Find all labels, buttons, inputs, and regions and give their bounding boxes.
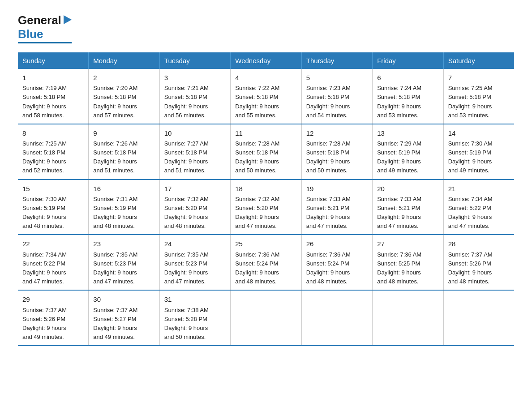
header-monday: Monday <box>89 52 159 69</box>
day-number: 31 <box>164 294 226 304</box>
day-info: Sunrise: 7:34 AMSunset: 5:22 PMDaylight:… <box>448 195 510 231</box>
calendar-cell: 10Sunrise: 7:27 AMSunset: 5:18 PMDayligh… <box>159 124 230 180</box>
calendar-cell: 21Sunrise: 7:34 AMSunset: 5:22 PMDayligh… <box>443 180 514 235</box>
calendar-cell: 17Sunrise: 7:32 AMSunset: 5:20 PMDayligh… <box>159 180 230 235</box>
day-info: Sunrise: 7:20 AMSunset: 5:18 PMDaylight:… <box>93 84 154 120</box>
day-info: Sunrise: 7:21 AMSunset: 5:18 PMDaylight:… <box>164 84 226 120</box>
calendar-cell: 26Sunrise: 7:36 AMSunset: 5:24 PMDayligh… <box>301 235 372 290</box>
day-number: 20 <box>377 184 438 194</box>
calendar-cell: 8Sunrise: 7:25 AMSunset: 5:18 PMDaylight… <box>18 124 89 180</box>
logo: General Blue <box>18 13 72 43</box>
day-info: Sunrise: 7:36 AMSunset: 5:24 PMDaylight:… <box>306 250 368 287</box>
day-number: 15 <box>22 184 84 194</box>
day-info: Sunrise: 7:28 AMSunset: 5:18 PMDaylight:… <box>306 139 368 176</box>
day-number: 24 <box>164 239 226 249</box>
calendar-cell: 23Sunrise: 7:35 AMSunset: 5:23 PMDayligh… <box>89 235 159 290</box>
day-number: 25 <box>235 239 296 249</box>
day-info: Sunrise: 7:34 AMSunset: 5:22 PMDaylight:… <box>22 250 84 287</box>
calendar-cell: 27Sunrise: 7:36 AMSunset: 5:25 PMDayligh… <box>373 235 443 290</box>
day-number: 9 <box>93 128 154 138</box>
calendar-cell <box>231 290 301 346</box>
calendar-cell <box>373 290 443 346</box>
day-info: Sunrise: 7:25 AMSunset: 5:18 PMDaylight:… <box>22 139 84 176</box>
day-number: 23 <box>93 239 154 249</box>
header-thursday: Thursday <box>301 52 372 69</box>
page-header: General Blue <box>18 13 514 43</box>
calendar-cell: 3Sunrise: 7:21 AMSunset: 5:18 PMDaylight… <box>159 69 230 124</box>
calendar-cell: 28Sunrise: 7:37 AMSunset: 5:26 PMDayligh… <box>443 235 514 290</box>
header-friday: Friday <box>373 52 443 69</box>
calendar-cell: 30Sunrise: 7:37 AMSunset: 5:27 PMDayligh… <box>89 290 159 346</box>
header-sunday: Sunday <box>18 52 89 69</box>
logo-general-text: General <box>18 13 61 27</box>
day-number: 5 <box>306 73 368 83</box>
day-number: 8 <box>22 128 84 138</box>
calendar-cell: 25Sunrise: 7:36 AMSunset: 5:24 PMDayligh… <box>231 235 301 290</box>
day-info: Sunrise: 7:26 AMSunset: 5:18 PMDaylight:… <box>93 139 154 176</box>
day-info: Sunrise: 7:27 AMSunset: 5:18 PMDaylight:… <box>164 139 226 176</box>
calendar-cell: 29Sunrise: 7:37 AMSunset: 5:26 PMDayligh… <box>18 290 89 346</box>
calendar-cell <box>443 290 514 346</box>
day-number: 1 <box>22 73 84 83</box>
calendar-cell: 24Sunrise: 7:35 AMSunset: 5:23 PMDayligh… <box>159 235 230 290</box>
day-number: 7 <box>448 73 510 83</box>
day-number: 21 <box>448 184 510 194</box>
calendar-cell: 4Sunrise: 7:22 AMSunset: 5:18 PMDaylight… <box>231 69 301 124</box>
day-info: Sunrise: 7:35 AMSunset: 5:23 PMDaylight:… <box>164 250 226 287</box>
svg-marker-0 <box>64 15 72 24</box>
calendar-cell: 16Sunrise: 7:31 AMSunset: 5:19 PMDayligh… <box>89 180 159 235</box>
calendar-cell: 31Sunrise: 7:38 AMSunset: 5:28 PMDayligh… <box>159 290 230 346</box>
day-info: Sunrise: 7:30 AMSunset: 5:19 PMDaylight:… <box>448 139 510 176</box>
logo-blue-text: Blue <box>18 27 43 41</box>
day-number: 26 <box>306 239 368 249</box>
day-info: Sunrise: 7:38 AMSunset: 5:28 PMDaylight:… <box>164 306 226 342</box>
header-saturday: Saturday <box>443 52 514 69</box>
day-info: Sunrise: 7:29 AMSunset: 5:19 PMDaylight:… <box>377 139 438 176</box>
calendar-table: SundayMondayTuesdayWednesdayThursdayFrid… <box>18 52 514 346</box>
calendar-week-row: 29Sunrise: 7:37 AMSunset: 5:26 PMDayligh… <box>18 290 514 346</box>
calendar-week-row: 22Sunrise: 7:34 AMSunset: 5:22 PMDayligh… <box>18 235 514 290</box>
calendar-header-row: SundayMondayTuesdayWednesdayThursdayFrid… <box>18 52 514 69</box>
calendar-cell: 12Sunrise: 7:28 AMSunset: 5:18 PMDayligh… <box>301 124 372 180</box>
calendar-cell: 5Sunrise: 7:23 AMSunset: 5:18 PMDaylight… <box>301 69 372 124</box>
day-number: 28 <box>448 239 510 249</box>
day-info: Sunrise: 7:28 AMSunset: 5:18 PMDaylight:… <box>235 139 296 176</box>
day-number: 14 <box>448 128 510 138</box>
day-number: 16 <box>93 184 154 194</box>
header-tuesday: Tuesday <box>159 52 230 69</box>
day-info: Sunrise: 7:24 AMSunset: 5:18 PMDaylight:… <box>377 84 438 120</box>
day-info: Sunrise: 7:22 AMSunset: 5:18 PMDaylight:… <box>235 84 296 120</box>
calendar-cell: 11Sunrise: 7:28 AMSunset: 5:18 PMDayligh… <box>231 124 301 180</box>
day-number: 4 <box>235 73 296 83</box>
calendar-cell: 14Sunrise: 7:30 AMSunset: 5:19 PMDayligh… <box>443 124 514 180</box>
day-info: Sunrise: 7:31 AMSunset: 5:19 PMDaylight:… <box>93 195 154 231</box>
day-info: Sunrise: 7:36 AMSunset: 5:25 PMDaylight:… <box>377 250 438 287</box>
calendar-cell: 7Sunrise: 7:25 AMSunset: 5:18 PMDaylight… <box>443 69 514 124</box>
day-info: Sunrise: 7:23 AMSunset: 5:18 PMDaylight:… <box>306 84 368 120</box>
calendar-cell: 13Sunrise: 7:29 AMSunset: 5:19 PMDayligh… <box>373 124 443 180</box>
calendar-cell: 20Sunrise: 7:33 AMSunset: 5:21 PMDayligh… <box>373 180 443 235</box>
day-info: Sunrise: 7:19 AMSunset: 5:18 PMDaylight:… <box>22 84 84 120</box>
day-info: Sunrise: 7:33 AMSunset: 5:21 PMDaylight:… <box>377 195 438 231</box>
calendar-week-row: 1Sunrise: 7:19 AMSunset: 5:18 PMDaylight… <box>18 69 514 124</box>
day-info: Sunrise: 7:33 AMSunset: 5:21 PMDaylight:… <box>306 195 368 231</box>
day-number: 2 <box>93 73 154 83</box>
calendar-cell: 18Sunrise: 7:32 AMSunset: 5:20 PMDayligh… <box>231 180 301 235</box>
day-number: 3 <box>164 73 226 83</box>
day-number: 27 <box>377 239 438 249</box>
day-number: 13 <box>377 128 438 138</box>
day-number: 30 <box>93 294 154 304</box>
calendar-cell: 1Sunrise: 7:19 AMSunset: 5:18 PMDaylight… <box>18 69 89 124</box>
day-info: Sunrise: 7:37 AMSunset: 5:26 PMDaylight:… <box>448 250 510 287</box>
day-number: 10 <box>164 128 226 138</box>
calendar-week-row: 8Sunrise: 7:25 AMSunset: 5:18 PMDaylight… <box>18 124 514 180</box>
day-number: 19 <box>306 184 368 194</box>
day-number: 6 <box>377 73 438 83</box>
day-info: Sunrise: 7:37 AMSunset: 5:27 PMDaylight:… <box>93 306 154 342</box>
header-wednesday: Wednesday <box>231 52 301 69</box>
day-number: 29 <box>22 294 84 304</box>
calendar-cell <box>301 290 372 346</box>
calendar-cell: 6Sunrise: 7:24 AMSunset: 5:18 PMDaylight… <box>373 69 443 124</box>
day-info: Sunrise: 7:32 AMSunset: 5:20 PMDaylight:… <box>235 195 296 231</box>
day-number: 22 <box>22 239 84 249</box>
